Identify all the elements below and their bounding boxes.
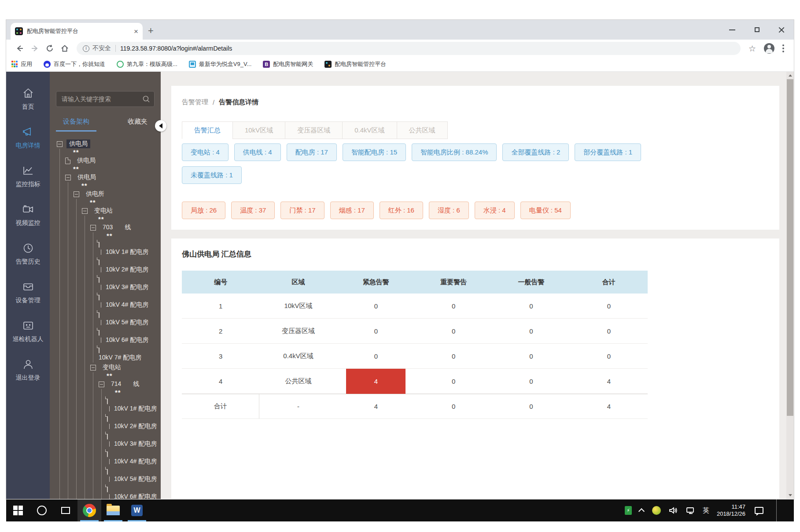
sidebar-item-logout[interactable]: 退出登录 [6, 351, 50, 389]
stat-uncovered-lines[interactable]: 未覆盖线路 : 1 [182, 166, 242, 184]
stat-humidity[interactable]: 湿度 : 6 [429, 202, 469, 219]
tree-leaf-room[interactable]: 10kV 5# 配电房 [107, 467, 161, 484]
tab-10kv-area[interactable]: 10kV区域 [232, 121, 285, 139]
bookmark-gateway[interactable]: B 配电房智能网关 [263, 60, 313, 68]
page-scrollbar[interactable] [786, 72, 794, 499]
tab-transformer-area[interactable]: 变压器区域 [285, 121, 343, 139]
collapse-expander-icon[interactable] [99, 382, 104, 387]
taskbar-word-button[interactable]: W [125, 499, 149, 521]
collapse-expander-icon[interactable] [82, 208, 88, 214]
stat-flooding[interactable]: 水浸 : 4 [475, 202, 515, 219]
tree-leaf-room[interactable]: 10kV 5# 配电房 [99, 311, 161, 327]
collapse-expander-icon[interactable] [57, 141, 63, 147]
tree-leaf-room[interactable]: 10kV 1# 配电房 [99, 240, 161, 257]
address-bar[interactable]: i 不安全 119.23.58.97:8080/a?login#/alarmDe… [77, 42, 741, 55]
bookmark-apps[interactable]: 应用 [11, 60, 32, 68]
restore-button[interactable] [745, 20, 769, 40]
usb-icon[interactable]: ⚡ [625, 506, 632, 515]
tab-close-icon[interactable]: × [134, 28, 138, 35]
tree-leaf-room[interactable]: 10kV 2# 配电房 [99, 258, 161, 275]
start-button[interactable] [6, 499, 30, 521]
tree-node-root[interactable]: 供电局 [57, 139, 161, 149]
collapse-expander-icon[interactable] [90, 365, 96, 371]
taskbar-explorer-button[interactable] [101, 499, 125, 521]
home-button[interactable] [57, 41, 72, 56]
scroll-up-arrow[interactable] [786, 72, 794, 79]
tree-leaf-room[interactable]: 10kV 4# 配电房 [107, 450, 161, 466]
stat-partial-discharge[interactable]: 局放 : 26 [182, 202, 225, 219]
forward-button[interactable] [27, 41, 42, 56]
tree-leaf-room[interactable]: 10kV 2# 配电房 [107, 415, 161, 431]
tree-node-station[interactable]: 供电所 [74, 189, 161, 199]
tree-node-line-703[interactable]: 703 线 [90, 223, 161, 232]
speaker-icon[interactable] [668, 506, 678, 515]
show-desktop-strip[interactable] [784, 499, 790, 521]
antivirus-ball-icon[interactable] [652, 506, 661, 515]
scrollbar-thumb[interactable] [787, 79, 793, 416]
tree-node-line-714[interactable]: 714 线 [99, 379, 161, 389]
profile-avatar[interactable] [764, 43, 774, 54]
search-icon[interactable] [142, 95, 150, 103]
tab-public-area[interactable]: 公共区域 [397, 121, 448, 139]
bookmark-chapter9[interactable]: 第九章：模版高级... [117, 60, 177, 68]
tab-04kv-area[interactable]: 0.4kV区域 [342, 121, 397, 139]
stat-supply-lines[interactable]: 供电线 : 4 [234, 143, 281, 161]
tree-node-bureau-doc[interactable]: 供电局 [65, 156, 161, 165]
stat-access-control[interactable]: 门禁 : 17 [280, 202, 324, 219]
close-button[interactable] [769, 20, 794, 40]
sidebar-item-room-details[interactable]: 电房详情 [6, 118, 50, 157]
input-language-indicator[interactable]: 英 [703, 506, 709, 515]
tree-node-substation-2[interactable]: 变电站 [90, 363, 161, 372]
tree-search-input[interactable] [56, 91, 155, 107]
sidebar-item-device-management[interactable]: 设备管理 [6, 273, 50, 312]
tree-leaf-room[interactable]: 10kV 6# 配电房 [107, 485, 161, 499]
bookmark-platform[interactable]: 配电房智能管控平台 [324, 60, 386, 68]
back-button[interactable] [12, 41, 27, 56]
sidebar-item-monitor-metrics[interactable]: 监控指标 [6, 157, 50, 196]
tab-alarm-summary[interactable]: 告警汇总 [182, 121, 233, 139]
stat-smoke[interactable]: 烟感 : 17 [330, 202, 374, 219]
tree-leaf-room[interactable]: 10kV 3# 配电房 [99, 275, 161, 292]
stat-smart-rooms[interactable]: 智能配电房 : 15 [343, 143, 406, 161]
taskbar-chrome-button[interactable] [77, 499, 101, 521]
chrome-menu-icon[interactable] [782, 44, 784, 52]
taskbar-clock[interactable]: 11:47 2018/12/26 [717, 503, 745, 517]
show-desktop-separator[interactable] [776, 499, 777, 521]
task-view-button[interactable] [54, 499, 77, 521]
tree-leaf-room[interactable]: 10kV 1# 配电房 [107, 397, 161, 414]
sidebar-item-video-monitor[interactable]: 视频监控 [6, 196, 50, 235]
tree-node-substation-1[interactable]: 变电站 [82, 206, 161, 216]
minimize-button[interactable] [720, 20, 745, 40]
bookmark-huawei-box[interactable]: 最新华为悦盒V9_V... [189, 60, 251, 68]
stat-smart-room-ratio[interactable]: 智能电房比例 : 88.24% [412, 143, 497, 161]
stat-temperature[interactable]: 温度 : 37 [231, 202, 275, 219]
stat-infrared[interactable]: 红外 : 16 [380, 202, 423, 219]
bookmark-star-icon[interactable]: ☆ [748, 44, 756, 54]
browser-tab[interactable]: 配电房智能管控平台 × [11, 23, 143, 40]
tree-leaf-room[interactable]: 10kV 3# 配电房 [107, 432, 161, 449]
stat-partially-covered-lines[interactable]: 部分覆盖线路 : 1 [575, 143, 641, 161]
action-center-icon[interactable] [755, 507, 763, 514]
tree-leaf-room[interactable]: 10kV 4# 配电房 [99, 293, 161, 310]
stat-fully-covered-lines[interactable]: 全部覆盖线路 : 2 [502, 143, 569, 161]
collapse-expander-icon[interactable] [90, 225, 96, 231]
bookmark-baidu[interactable]: 百度一下，你就知道 [44, 60, 105, 68]
stat-distribution-rooms[interactable]: 配电房 : 17 [287, 143, 337, 161]
sidebar-item-home[interactable]: 首页 [6, 80, 50, 118]
network-icon[interactable] [686, 506, 695, 515]
stat-power-meter[interactable]: 电量仪 : 54 [520, 202, 571, 219]
stat-substations[interactable]: 变电站 : 4 [182, 143, 229, 161]
collapse-expander-icon[interactable] [74, 191, 79, 197]
sidebar-item-inspection-robot[interactable]: 巡检机器人 [6, 312, 50, 351]
tree-leaf-room[interactable]: 10kV 6# 配电房 [99, 328, 161, 345]
tray-chevron-icon[interactable] [639, 508, 645, 513]
breadcrumb-parent[interactable]: 告警管理 [182, 98, 208, 106]
collapse-expander-icon[interactable] [65, 175, 71, 180]
info-icon[interactable]: i [83, 45, 89, 52]
reload-button[interactable] [42, 41, 57, 56]
cortana-button[interactable] [30, 499, 54, 521]
new-tab-button[interactable]: + [148, 24, 154, 37]
tree-leaf-room[interactable]: 10kV 7# 配电房 [99, 346, 161, 363]
tree-node-bureau2[interactable]: 供电局 [65, 172, 161, 182]
tree-tab-favorites[interactable]: 收藏夹 [128, 117, 147, 126]
